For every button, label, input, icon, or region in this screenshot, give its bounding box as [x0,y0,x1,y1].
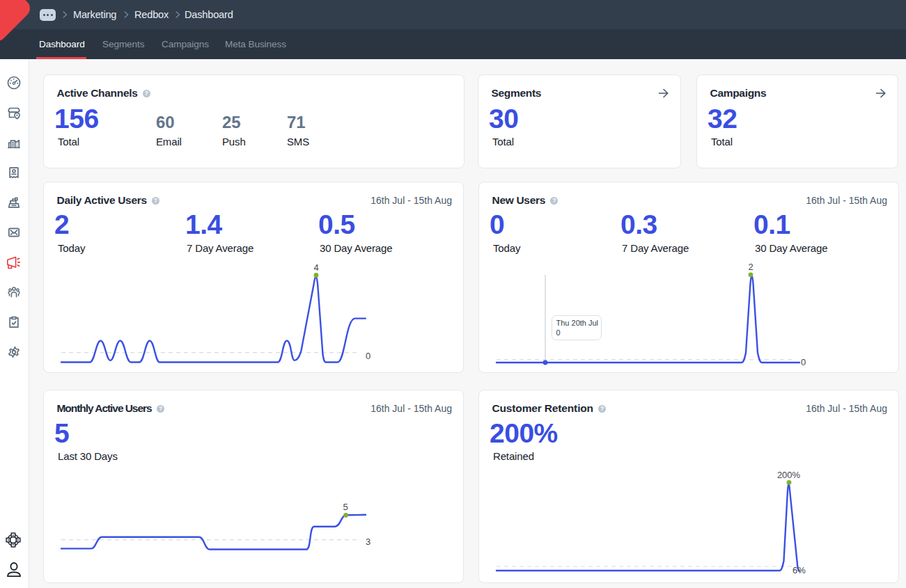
svg-text:2: 2 [748,262,753,272]
svg-text:0: 0 [366,351,370,361]
svg-text:6%: 6% [792,565,806,575]
svg-text:Thu 20th Jul: Thu 20th Jul [556,319,599,327]
svg-text:3: 3 [366,537,370,547]
svg-text:5: 5 [343,502,347,512]
svg-text:200%: 200% [777,470,801,480]
svg-text:4: 4 [313,262,318,273]
svg-text:0: 0 [801,357,806,367]
svg-text:0: 0 [556,328,561,337]
